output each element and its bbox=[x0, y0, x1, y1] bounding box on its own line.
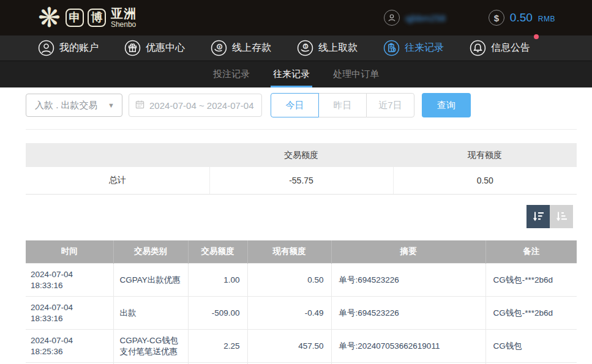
last-7-days-button[interactable]: 近7日 bbox=[366, 93, 414, 117]
nav-label: 线上存款 bbox=[232, 42, 271, 54]
nav-item-promotions[interactable]: 优惠中心 bbox=[124, 40, 185, 56]
nav-item-transaction-records[interactable]: 往来记录 bbox=[383, 40, 444, 56]
sort-ascending-button[interactable] bbox=[550, 205, 573, 228]
today-button[interactable]: 今日 bbox=[271, 93, 319, 117]
content-area: 入款 . 出款交易 ▼ 2024-07-04 ~ 2024-07-04 今日 昨… bbox=[0, 93, 592, 364]
logo-wordmark: 亚洲 Shenbo bbox=[111, 7, 137, 28]
cell-remark: CG钱包-***2b6d bbox=[485, 264, 577, 297]
summary-header-empty bbox=[26, 143, 209, 167]
nav-item-my-account[interactable]: 我的账户 bbox=[38, 40, 99, 56]
summary-total-row: 总计 -55.75 0.50 bbox=[26, 167, 577, 194]
dollar-coin-icon: $ bbox=[489, 10, 504, 26]
tab-bet-records[interactable]: 投注记录 bbox=[211, 61, 252, 87]
nav-item-announcements[interactable]: 信息公告 bbox=[470, 40, 530, 56]
transaction-type-value: 入款 . 出款交易 bbox=[35, 100, 98, 111]
user-circle-icon bbox=[38, 40, 54, 56]
cell-amount: 1.00 bbox=[188, 264, 247, 297]
table-row: 2024-07-04 18:33:16 CGPAY出款优惠 1.00 0.50 … bbox=[26, 264, 577, 297]
cell-time: 2024-07-04 18:33:16 bbox=[26, 297, 113, 330]
flower-logo-icon: ❋ bbox=[38, 4, 61, 31]
cell-summary: 单号:202407053662619011 bbox=[331, 330, 485, 363]
main-navigation: 我的账户 优惠中心 ¥ 线上存款 $ 线上取款 bbox=[0, 35, 592, 61]
cell-remark: CG钱包-***2b6d bbox=[485, 297, 577, 330]
col-current-balance: 现有额度 bbox=[247, 240, 331, 264]
sort-descending-button[interactable] bbox=[526, 205, 550, 228]
search-button[interactable]: 查询 bbox=[422, 93, 471, 117]
username-text: qjbbm258 bbox=[405, 13, 446, 23]
sort-ascending-icon bbox=[555, 210, 568, 223]
col-time: 时间 bbox=[26, 240, 113, 264]
col-summary: 摘要 bbox=[331, 240, 485, 264]
balance-amount: 0.50 bbox=[510, 11, 533, 24]
summary-transaction-total: -55.75 bbox=[209, 167, 393, 194]
table-row: 2024-07-04 18:33:16 出款 -509.00 -0.49 单号:… bbox=[26, 297, 577, 330]
transaction-records-table: 时间 交易类别 交易额度 现有额度 摘要 备注 2024-07-04 18:33… bbox=[26, 240, 577, 364]
notification-badge-dot bbox=[534, 34, 539, 39]
summary-header-current-balance: 现有额度 bbox=[393, 143, 577, 167]
logo-char-1: 申 bbox=[66, 9, 84, 27]
cell-type: CGPAY出款优惠 bbox=[113, 264, 188, 297]
tab-transaction-records[interactable]: 往来记录 bbox=[271, 61, 312, 87]
transaction-type-select[interactable]: 入款 . 出款交易 ▼ bbox=[26, 94, 122, 117]
col-transaction-type: 交易类别 bbox=[113, 240, 188, 264]
svg-text:$: $ bbox=[304, 44, 307, 48]
records-clipboard-icon bbox=[383, 40, 400, 56]
summary-total-label: 总计 bbox=[26, 167, 209, 194]
cell-time: 2024-07-04 18:25:36 bbox=[26, 330, 113, 363]
svg-text:¥: ¥ bbox=[219, 45, 221, 49]
col-remark: 备注 bbox=[485, 240, 577, 264]
summary-header-row: 交易额度 现有额度 bbox=[26, 143, 577, 167]
nav-item-withdraw[interactable]: $ 线上取款 bbox=[297, 40, 358, 56]
date-range-input[interactable]: 2024-07-04 ~ 2024-07-04 bbox=[129, 94, 262, 117]
summary-current-balance: 0.50 bbox=[393, 167, 577, 194]
gift-icon bbox=[124, 40, 141, 56]
table-row: 2024-07-04 18:25:36 CGPAY-CG钱包支付笔笔送优惠 2.… bbox=[26, 330, 577, 363]
cell-balance: 0.50 bbox=[247, 264, 331, 297]
calendar-icon bbox=[135, 100, 144, 111]
nav-label: 我的账户 bbox=[59, 42, 99, 54]
page: ❋ 申 博 亚洲 Shenbo qjbbm258 $ 0.50 RMB bbox=[0, 0, 592, 364]
cell-remark: CG钱包 bbox=[485, 330, 577, 363]
logo-region-text: 亚洲 bbox=[111, 7, 137, 20]
nav-label: 往来记录 bbox=[405, 42, 444, 54]
summary-header-transaction-amount: 交易额度 bbox=[209, 143, 393, 167]
cell-amount: -509.00 bbox=[188, 297, 247, 330]
cell-balance: 457.50 bbox=[247, 330, 331, 363]
nav-label: 信息公告 bbox=[491, 42, 530, 54]
record-tabs: 投注记录 往来记录 处理中订单 bbox=[0, 61, 592, 87]
nav-label: 优惠中心 bbox=[146, 42, 185, 54]
cell-type: 出款 bbox=[113, 297, 188, 330]
header-right: qjbbm258 $ 0.50 RMB bbox=[384, 10, 555, 26]
cell-type: CGPAY-CG钱包支付笔笔送优惠 bbox=[113, 330, 188, 363]
bell-icon bbox=[470, 40, 486, 56]
logo-char-2: 博 bbox=[88, 9, 106, 27]
sort-controls bbox=[26, 205, 577, 228]
balance-currency: RMB bbox=[538, 15, 555, 23]
deposit-coin-hand-icon: ¥ bbox=[211, 40, 227, 56]
summary-table: 交易额度 现有额度 总计 -55.75 0.50 bbox=[26, 143, 577, 195]
filter-row: 入款 . 出款交易 ▼ 2024-07-04 ~ 2024-07-04 今日 昨… bbox=[26, 93, 577, 117]
cell-summary: 单号:694523226 bbox=[331, 264, 485, 297]
withdraw-coin-hand-icon: $ bbox=[297, 40, 313, 56]
user-account-chip[interactable]: qjbbm258 bbox=[384, 10, 446, 26]
cell-time: 2024-07-04 18:33:16 bbox=[26, 264, 113, 297]
cell-balance: -0.49 bbox=[247, 297, 331, 330]
records-header-row: 时间 交易类别 交易额度 现有额度 摘要 备注 bbox=[26, 240, 577, 264]
top-header: ❋ 申 博 亚洲 Shenbo qjbbm258 $ 0.50 RMB bbox=[0, 0, 592, 35]
tab-pending-orders[interactable]: 处理中订单 bbox=[331, 61, 381, 87]
chevron-down-icon: ▼ bbox=[108, 102, 114, 109]
nav-label: 线上取款 bbox=[318, 42, 358, 54]
logo-subtitle-text: Shenbo bbox=[111, 21, 137, 28]
cell-amount: 2.25 bbox=[188, 330, 247, 363]
nav-item-deposit[interactable]: ¥ 线上存款 bbox=[211, 40, 271, 56]
site-logo[interactable]: ❋ 申 博 亚洲 Shenbo bbox=[38, 4, 137, 31]
balance-chip[interactable]: $ 0.50 RMB bbox=[489, 10, 555, 26]
date-range-value: 2024-07-04 ~ 2024-07-04 bbox=[149, 100, 254, 111]
sort-descending-icon bbox=[531, 210, 545, 223]
col-transaction-amount: 交易额度 bbox=[188, 240, 247, 264]
cell-summary: 单号:694523226 bbox=[331, 297, 485, 330]
user-icon bbox=[384, 10, 400, 26]
section-divider bbox=[26, 129, 577, 130]
yesterday-button[interactable]: 昨日 bbox=[318, 93, 367, 117]
quick-date-button-group: 今日 昨日 近7日 bbox=[271, 93, 414, 117]
